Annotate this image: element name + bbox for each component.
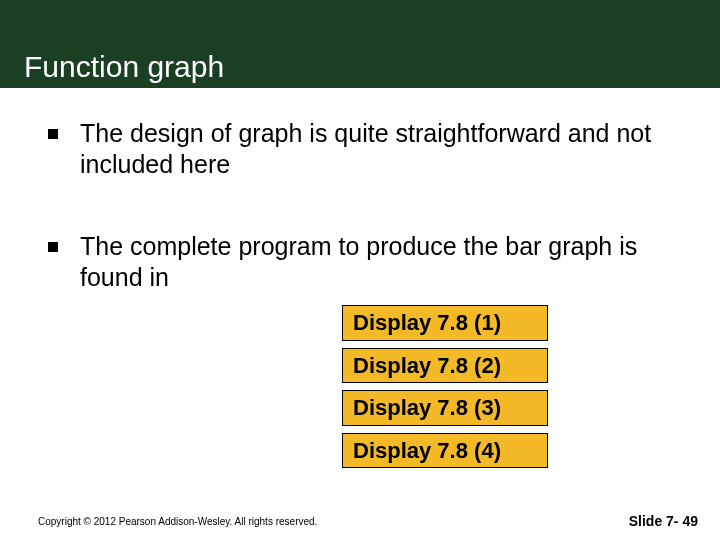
bullet-block-1: The design of graph is quite straightfor… xyxy=(48,118,672,179)
slide-number: Slide 7- 49 xyxy=(629,513,698,529)
bullet-row: The design of graph is quite straightfor… xyxy=(48,118,672,179)
slide-footer: Copyright © 2012 Pearson Addison-Wesley.… xyxy=(0,502,720,540)
slide-content: The design of graph is quite straightfor… xyxy=(0,88,720,292)
bullet-block-2: The complete program to produce the bar … xyxy=(48,231,672,292)
display-button-1[interactable]: Display 7.8 (1) xyxy=(342,305,548,341)
display-button-3[interactable]: Display 7.8 (3) xyxy=(342,390,548,426)
bullet-text-2: The complete program to produce the bar … xyxy=(80,231,672,292)
bullet-text-1: The design of graph is quite straightfor… xyxy=(80,118,672,179)
display-button-4[interactable]: Display 7.8 (4) xyxy=(342,433,548,469)
bullet-row: The complete program to produce the bar … xyxy=(48,231,672,292)
square-bullet-icon xyxy=(48,129,58,139)
slide-title: Function graph xyxy=(24,50,224,84)
slide-header: Function graph xyxy=(0,0,720,88)
display-button-stack: Display 7.8 (1) Display 7.8 (2) Display … xyxy=(342,305,548,468)
copyright-text: Copyright © 2012 Pearson Addison-Wesley.… xyxy=(38,516,317,527)
display-button-2[interactable]: Display 7.8 (2) xyxy=(342,348,548,384)
square-bullet-icon xyxy=(48,242,58,252)
